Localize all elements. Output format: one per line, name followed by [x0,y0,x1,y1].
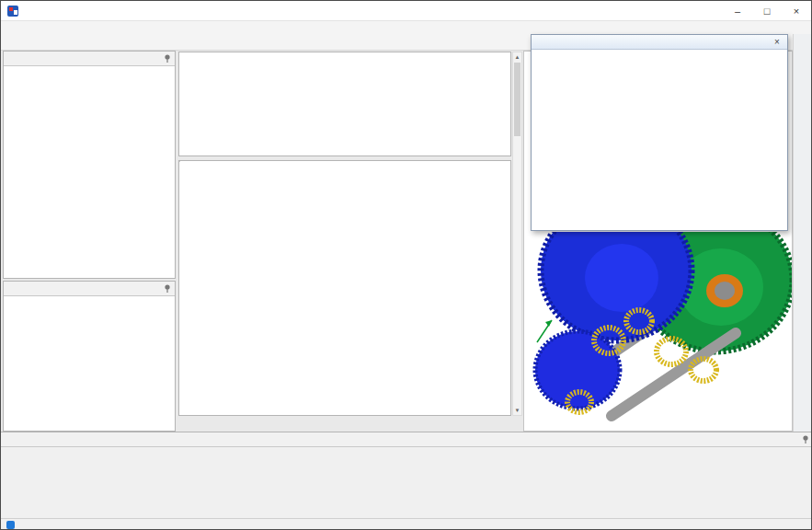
vertical-scrollbar[interactable]: ▲ ▼ [512,52,522,416]
titlebar[interactable]: – □ × [1,1,811,21]
center-panel: ▲ ▼ [177,51,523,432]
messages-panel-header [4,282,175,296]
pin-icon[interactable] [802,435,809,444]
app-icon [6,5,19,17]
menubar [1,21,811,34]
modifications-panel [178,160,511,416]
line-chart [534,51,784,207]
scroll-up-icon[interactable]: ▲ [513,52,521,62]
status-bar [1,518,812,530]
gear-blue-small [535,331,620,409]
messages-panel [3,281,176,432]
minimize-button[interactable]: – [723,1,752,20]
system-panel [3,51,176,279]
system-tree [4,66,175,67]
view-toolbar [793,34,812,432]
modifications-table [179,161,180,162]
chart-window-titlebar[interactable]: × [532,35,787,50]
close-button[interactable]: × [782,1,811,20]
chart-close-button[interactable]: × [771,37,783,47]
pin-icon[interactable] [164,284,171,294]
scroll-down-icon[interactable]: ▼ [513,406,521,415]
scrollbar-thumb[interactable] [514,63,520,136]
status-icon [6,521,15,529]
window-controls: – □ × [723,1,811,20]
pin-icon[interactable] [164,54,171,63]
results-panel-header [1,432,812,447]
chart-window: × [531,34,788,231]
results-panel [1,432,812,518]
3d-view [524,232,793,432]
tab-bar [177,416,523,432]
system-panel-header [4,52,175,66]
maximize-button[interactable]: □ [752,1,782,20]
overview-table [178,52,511,156]
results-grid [1,447,812,452]
app-window: – □ × ▲ ▼ [0,0,812,530]
